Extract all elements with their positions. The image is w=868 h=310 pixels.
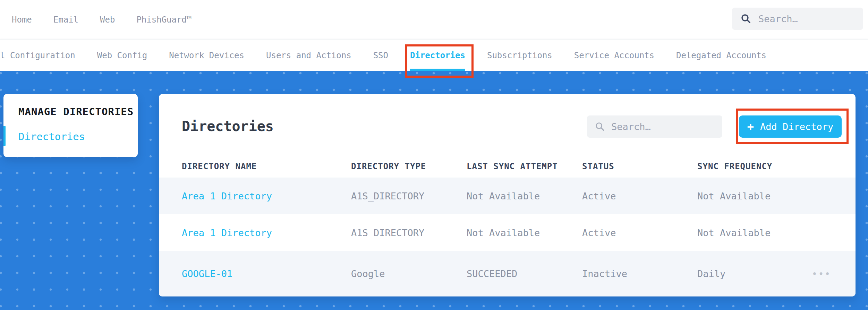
table-row: Area 1 Directory A1S_DIRECTORY Not Avail… [159, 214, 856, 251]
settings-tab-bar: l Configuration Web Config Network Devic… [0, 39, 868, 71]
tab-directories[interactable]: Directories [410, 40, 465, 71]
column-last-sync-attempt: LAST SYNC ATTEMPT [467, 162, 582, 171]
table-row: Area 1 Directory A1S_DIRECTORY Not Avail… [159, 178, 856, 214]
sidebar-item-directories[interactable]: Directories [18, 131, 85, 143]
last-sync-cell: SUCCEEDED [467, 268, 582, 279]
nav-item-home[interactable]: Home [12, 15, 32, 25]
active-item-indicator [3, 126, 6, 146]
column-status: STATUS [582, 162, 697, 171]
tab-service-accounts[interactable]: Service Accounts [574, 40, 654, 71]
directories-search-input[interactable] [611, 121, 715, 132]
column-directory-type: DIRECTORY TYPE [351, 162, 467, 171]
nav-item-email[interactable]: Email [53, 15, 78, 25]
tab-subscriptions[interactable]: Subscriptions [487, 40, 552, 71]
directory-name-link[interactable]: Area 1 Directory [182, 227, 272, 238]
nav-item-phishguard[interactable]: PhishGuard™ [136, 15, 192, 25]
column-directory-name: DIRECTORY NAME [182, 162, 351, 171]
search-icon [740, 13, 751, 24]
directory-type-cell: Google [351, 268, 467, 279]
tab-sso[interactable]: SSO [373, 40, 388, 71]
sync-frequency-cell: Daily [697, 268, 812, 279]
tab-users-and-actions[interactable]: Users and Actions [266, 40, 351, 71]
directory-type-cell: A1S_DIRECTORY [351, 191, 467, 201]
table-header: DIRECTORY NAME DIRECTORY TYPE LAST SYNC … [159, 155, 856, 178]
status-cell: Inactive [582, 268, 697, 279]
tab-email-configuration[interactable]: l Configuration [0, 40, 75, 71]
add-directory-button[interactable]: + Add Directory [739, 115, 842, 138]
tab-web-config[interactable]: Web Config [97, 40, 147, 71]
global-search[interactable] [732, 8, 863, 30]
page-title: Directories [182, 118, 274, 134]
directory-type-cell: A1S_DIRECTORY [351, 227, 467, 238]
status-cell: Active [582, 191, 697, 201]
directory-name-link[interactable]: GOOGLE-01 [182, 268, 232, 279]
directories-workspace: MANAGE DIRECTORIES Directories Directori… [0, 71, 868, 310]
row-actions-ellipsis-icon[interactable]: ••• [812, 269, 831, 279]
global-search-input[interactable] [758, 14, 855, 24]
sidebar-title: MANAGE DIRECTORIES [18, 106, 138, 118]
add-directory-label: Add Directory [760, 121, 833, 132]
plus-icon: + [747, 121, 754, 132]
column-sync-frequency: SYNC FREQUENCY [697, 162, 812, 171]
last-sync-cell: Not Available [467, 227, 582, 238]
manage-directories-card: MANAGE DIRECTORIES Directories [3, 94, 138, 157]
sync-frequency-cell: Not Available [697, 227, 812, 238]
directory-name-link[interactable]: Area 1 Directory [182, 191, 272, 201]
last-sync-cell: Not Available [467, 191, 582, 201]
tab-network-devices[interactable]: Network Devices [169, 40, 244, 71]
sync-frequency-cell: Not Available [697, 191, 812, 201]
table-body: Area 1 Directory A1S_DIRECTORY Not Avail… [159, 178, 856, 296]
directories-search[interactable] [587, 115, 722, 138]
primary-nav: Home Email Web PhishGuard™ [0, 15, 192, 25]
top-bar: Home Email Web PhishGuard™ [0, 0, 868, 39]
search-icon [595, 121, 605, 132]
nav-item-web[interactable]: Web [100, 15, 115, 25]
status-cell: Active [582, 227, 697, 238]
table-row: GOOGLE-01 Google SUCCEEDED Inactive Dail… [159, 251, 856, 296]
directories-panel: Directories + Add Directory DIRECTORY NA… [159, 94, 856, 296]
tab-delegated-accounts[interactable]: Delegated Accounts [676, 40, 766, 71]
